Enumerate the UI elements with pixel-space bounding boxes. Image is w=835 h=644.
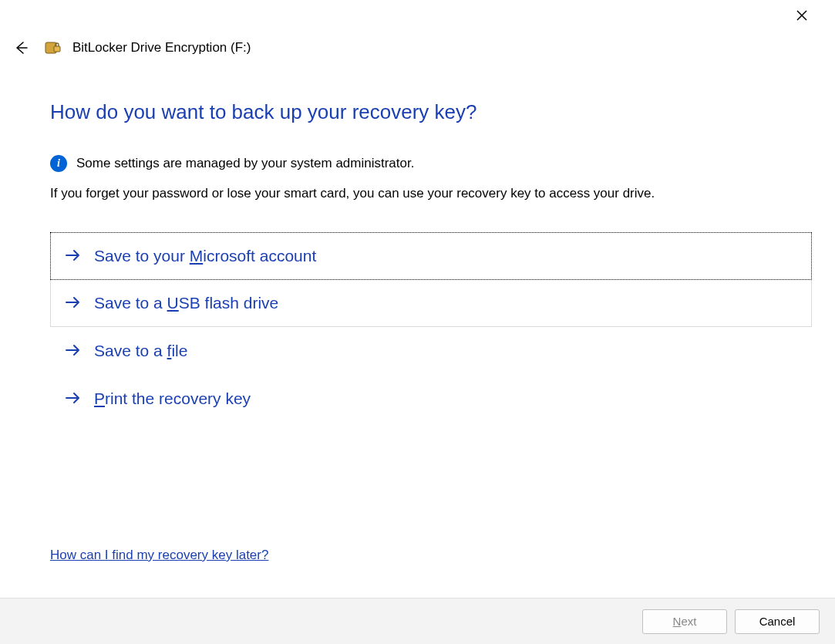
backup-option-label: Print the recovery key: [94, 389, 251, 408]
info-icon: i: [50, 155, 67, 172]
next-button[interactable]: Next: [642, 609, 727, 634]
backup-option-0[interactable]: Save to your Microsoft account: [50, 232, 812, 280]
backup-option-1[interactable]: Save to a USB flash drive: [50, 280, 812, 327]
wizard-footer: Next Cancel: [0, 598, 835, 644]
svg-rect-1: [54, 46, 60, 52]
close-icon: [796, 10, 807, 21]
admin-info-text: Some settings are managed by your system…: [76, 156, 414, 171]
window-title: BitLocker Drive Encryption (F:): [72, 40, 251, 56]
arrow-right-icon: [65, 342, 82, 360]
cancel-button[interactable]: Cancel: [735, 609, 820, 634]
backup-options-list: Save to your Microsoft accountSave to a …: [50, 232, 812, 423]
backup-option-2[interactable]: Save to a file: [50, 327, 812, 375]
back-button[interactable]: [9, 36, 32, 59]
description-text: If you forget your password or lose your…: [50, 186, 812, 201]
backup-option-label: Save to a USB flash drive: [94, 294, 278, 312]
back-arrow-icon: [13, 40, 29, 56]
bitlocker-icon: [43, 39, 62, 57]
backup-option-3[interactable]: Print the recovery key: [50, 375, 812, 423]
arrow-right-icon: [65, 248, 82, 265]
close-button[interactable]: [784, 3, 820, 28]
page-heading: How do you want to back up your recovery…: [50, 100, 812, 124]
arrow-right-icon: [65, 390, 82, 408]
backup-option-label: Save to your Microsoft account: [94, 247, 316, 265]
admin-info-row: i Some settings are managed by your syst…: [50, 155, 812, 172]
backup-option-label: Save to a file: [94, 342, 187, 360]
arrow-right-icon: [65, 295, 82, 312]
help-link[interactable]: How can I find my recovery key later?: [50, 548, 268, 563]
